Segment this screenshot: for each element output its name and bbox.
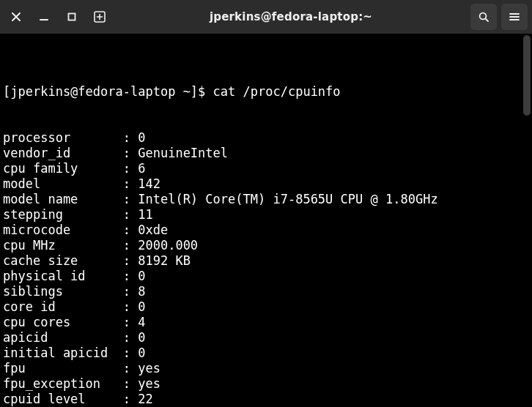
cpuinfo-output: processor : 0vendor_id : GenuineIntelcpu… <box>3 130 529 407</box>
titlebar: jperkins@fedora-laptop:~ <box>0 0 532 34</box>
cpuinfo-row: model : 142 <box>3 176 529 192</box>
cpuinfo-row: cpu family : 6 <box>3 161 529 176</box>
cpuinfo-row: processor : 0 <box>3 130 529 146</box>
shell-prompt: [jperkins@fedora-laptop ~]$ <box>3 84 213 99</box>
typed-command: cat /proc/cpuinfo <box>213 84 341 99</box>
cpuinfo-row: siblings : 8 <box>3 284 529 299</box>
close-button[interactable] <box>4 5 28 29</box>
cpuinfo-row: model name : Intel(R) Core(TM) i7-8565U … <box>3 192 529 207</box>
new-tab-icon <box>93 10 106 23</box>
cpuinfo-row: cpu MHz : 2000.000 <box>3 238 529 253</box>
cpuinfo-row: vendor_id : GenuineIntel <box>3 146 529 161</box>
cpuinfo-row: cpu cores : 4 <box>3 315 529 330</box>
cpuinfo-row: apicid : 0 <box>3 330 529 346</box>
cpuinfo-row: fpu : yes <box>3 361 529 376</box>
cpuinfo-row: cache size : 8192 KB <box>3 253 529 269</box>
menu-button[interactable] <box>501 4 528 30</box>
cpuinfo-row: microcode : 0xde <box>3 223 529 238</box>
maximize-icon <box>67 12 76 21</box>
minimize-icon <box>40 12 48 21</box>
cpuinfo-row: stepping : 11 <box>3 207 529 223</box>
scrollbar-thumb[interactable] <box>523 35 531 116</box>
cpuinfo-row: physical id : 0 <box>3 269 529 284</box>
close-icon <box>12 12 21 21</box>
hamburger-icon <box>509 11 520 23</box>
cpuinfo-row: initial apicid : 0 <box>3 346 529 361</box>
search-button[interactable] <box>470 4 497 30</box>
cpuinfo-row: cpuid level : 22 <box>3 392 529 407</box>
cpuinfo-row: core id : 0 <box>3 299 529 315</box>
terminal-window: jperkins@fedora-laptop:~ [jperkins@fedor… <box>0 0 532 407</box>
new-tab-button[interactable] <box>88 5 111 29</box>
prompt-line: [jperkins@fedora-laptop ~]$ cat /proc/cp… <box>3 84 529 100</box>
search-icon <box>478 11 489 23</box>
maximize-button[interactable] <box>60 5 84 29</box>
terminal-area[interactable]: [jperkins@fedora-laptop ~]$ cat /proc/cp… <box>0 34 532 407</box>
svg-rect-0 <box>69 14 75 20</box>
window-title: jperkins@fedora-laptop:~ <box>111 10 470 23</box>
minimize-button[interactable] <box>32 5 56 29</box>
cpuinfo-row: fpu_exception : yes <box>3 376 529 392</box>
